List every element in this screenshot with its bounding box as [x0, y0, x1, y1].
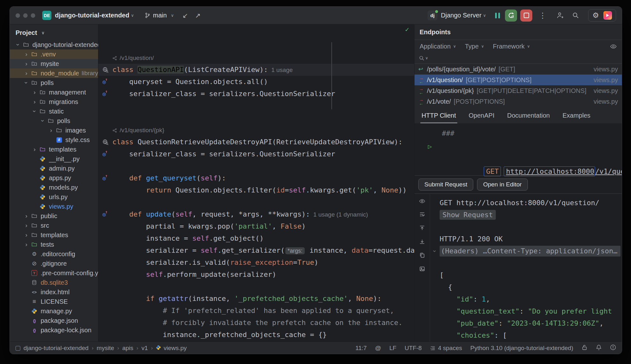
tree-item[interactable]: ›{ }package-lock.json: [10, 325, 98, 335]
override-gutter-icon[interactable]: ◎↑: [100, 172, 110, 184]
rerun-button[interactable]: [505, 10, 517, 22]
editor-scrollbar[interactable]: [331, 42, 332, 109]
tree-item[interactable]: ›.venv: [10, 49, 98, 59]
filter-framework[interactable]: Framework∨: [493, 43, 530, 50]
tab-examples[interactable]: Examples: [562, 112, 590, 123]
scroll-to-bottom-icon[interactable]: [419, 239, 425, 246]
chevron-icon[interactable]: ›: [23, 212, 30, 219]
chevron-icon[interactable]: ›: [23, 79, 30, 87]
endpoint-row[interactable]: →←/v1/vote/[POST|OPTIONS]views.py: [415, 96, 622, 107]
code-line[interactable]: [98, 112, 414, 124]
tree-item[interactable]: ›urls.py: [10, 192, 98, 202]
breadcrumb-item[interactable]: django-tutorial-extended: [23, 345, 89, 352]
code-line[interactable]: ◎↑ serializer_class = serializers.Questi…: [98, 88, 414, 100]
notifications-button[interactable]: [596, 344, 602, 352]
code-line[interactable]: instance = self.get_object(): [98, 232, 414, 244]
override-gutter-icon[interactable]: ◎↑: [100, 148, 110, 160]
image-icon[interactable]: [419, 266, 425, 273]
indent-widget[interactable]: 4 spaces: [430, 345, 462, 352]
override-gutter-icon[interactable]: ◎↑: [100, 208, 110, 220]
inspections-ok-icon[interactable]: ✓: [405, 26, 409, 33]
breadcrumb-item[interactable]: mysite: [97, 345, 114, 352]
code-line[interactable]: ◎↑ def update(self, request, *args, **kw…: [98, 208, 414, 220]
update-project-icon[interactable]: ↙: [183, 12, 188, 19]
override-gutter-icon[interactable]: ◎↑: [100, 88, 110, 100]
http-path[interactable]: /v1/question/: [595, 167, 622, 175]
settings-gear-icon[interactable]: ⚙: [592, 11, 599, 20]
tree-item[interactable]: ›migrations: [10, 97, 98, 107]
breadcrumb-item[interactable]: apis: [122, 345, 133, 352]
tab-http-client[interactable]: HTTP Client: [422, 112, 456, 123]
tree-item[interactable]: ›mysite: [10, 59, 98, 68]
run-request-icon[interactable]: ▷: [428, 140, 432, 153]
code-line[interactable]: [98, 196, 414, 208]
show-request-chip[interactable]: Show Request: [440, 210, 496, 220]
fold-arrow-icon[interactable]: ›: [430, 249, 441, 253]
code-line[interactable]: return Question.objects.filter(id=self.k…: [98, 184, 414, 196]
breadcrumb-item[interactable]: v1: [142, 345, 148, 352]
python-interpreter[interactable]: Python 3.10 (django-tutorial-extended): [470, 345, 573, 352]
tab-openapi[interactable]: OpenAPI: [469, 112, 495, 123]
breadcrumb[interactable]: django-tutorial-extended › mysite › apis…: [16, 345, 187, 352]
tree-item[interactable]: ›<>index.html: [10, 287, 98, 297]
tree-item[interactable]: ›polls: [10, 116, 98, 126]
run-config-name[interactable]: Django Server: [441, 12, 482, 19]
minimize-window-icon[interactable]: [23, 13, 28, 18]
inspection-widget-icon[interactable]: @: [375, 345, 381, 352]
code-line[interactable]: if getattr(instance, '_prefetched_object…: [98, 293, 414, 305]
tree-item[interactable]: ›⚙.editorconfig: [10, 249, 98, 259]
code-line[interactable]: serializer.is_valid(raise_exception=True…: [98, 257, 414, 269]
tree-item[interactable]: ›node_moduleslibrary: [10, 68, 98, 78]
code-line[interactable]: # If 'prefetch_related' has been applied…: [98, 305, 414, 317]
endpoint-row[interactable]: →←/v1/question/{pk}[GET|PUT|DELETE|PATCH…: [415, 85, 622, 96]
tree-item[interactable]: ›images: [10, 126, 98, 135]
code-with-me-button[interactable]: [557, 12, 564, 19]
tree-item[interactable]: ›tests: [10, 240, 98, 249]
pause-button[interactable]: [495, 13, 500, 18]
code-line[interactable]: class QuestionAPI(ListCreateAPIView): 1 …: [98, 64, 414, 76]
lock-button[interactable]: [581, 344, 588, 352]
chevron-icon[interactable]: ›: [23, 51, 30, 58]
stop-button[interactable]: [520, 10, 532, 22]
code-line[interactable]: self.perform_update(serializer): [98, 269, 414, 281]
tree-item[interactable]: ›models.py: [10, 183, 98, 192]
caret-position[interactable]: 11:7: [355, 345, 367, 352]
filter-application[interactable]: Application∨: [420, 43, 456, 50]
http-client-editor[interactable]: ### ▷ GEThttp://localhost:8000/v1/questi…: [415, 123, 622, 175]
chevron-icon[interactable]: ›: [31, 107, 38, 115]
tree-item[interactable]: ›admin.py: [10, 164, 98, 173]
code-line[interactable]: serializer = self.get_serializer(*args: …: [98, 244, 414, 257]
tab-documentation[interactable]: Documentation: [507, 112, 550, 123]
tree-item[interactable]: ›polls: [10, 78, 98, 88]
code-line[interactable]: [98, 160, 414, 172]
tree-item[interactable]: ›__init__.py: [10, 154, 98, 164]
tree-item[interactable]: ›Y.pre-commit-config.yaml: [10, 268, 98, 278]
http-method[interactable]: GET: [484, 166, 501, 176]
endpoints-search-field[interactable]: ∨: [415, 53, 622, 64]
tree-item[interactable]: ›≡LICENSE: [10, 297, 98, 306]
tree-item[interactable]: ›⊘.gitignore: [10, 259, 98, 268]
folded-headers[interactable]: (Headers) …Content-Type: application/jso…: [440, 246, 621, 257]
code-line[interactable]: /v1/question/: [98, 52, 414, 64]
code-line[interactable]: /v1/question/{pk}: [98, 124, 414, 136]
code-line[interactable]: [98, 40, 414, 52]
close-window-icon[interactable]: [16, 13, 20, 18]
tree-item[interactable]: ›{ }package.json: [10, 316, 98, 325]
project-name[interactable]: django-tutorial-extended: [55, 12, 129, 19]
code-line[interactable]: ◎↑ def get_queryset(self):: [98, 172, 414, 184]
tree-item[interactable]: ›templates: [10, 230, 98, 240]
tree-item[interactable]: ›#style.css: [10, 135, 98, 145]
file-encoding[interactable]: UTF-8: [405, 345, 422, 352]
chevron-icon[interactable]: ›: [15, 41, 22, 49]
push-icon[interactable]: ↗: [195, 12, 201, 19]
tree-item[interactable]: ›db.sqlite3: [10, 278, 98, 287]
code-editor[interactable]: /v1/question/class QuestionAPI(ListCreat…: [98, 24, 414, 341]
chevron-icon[interactable]: ›: [31, 89, 38, 96]
code-line[interactable]: [98, 281, 414, 293]
http-host[interactable]: http://localhost:8000: [504, 166, 595, 176]
tree-item[interactable]: ›manage.py: [10, 306, 98, 316]
window-controls[interactable]: [16, 13, 35, 18]
ai-assistant-icon[interactable]: [603, 11, 612, 20]
code-line[interactable]: # forcibly invalidate the prefetch cache…: [98, 317, 414, 329]
chevron-icon[interactable]: ›: [23, 241, 30, 248]
